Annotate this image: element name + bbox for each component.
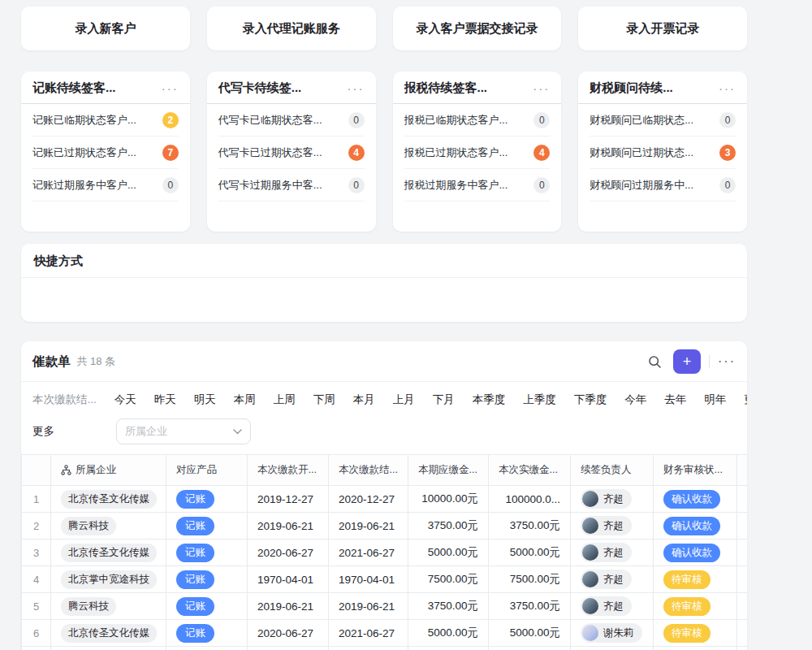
amount-paid-cell[interactable] — [489, 647, 571, 650]
product-cell[interactable]: 记账 — [166, 620, 248, 647]
payment-start-date-cell[interactable]: 2019-06-21 — [248, 593, 329, 620]
add-record-button[interactable]: + — [673, 349, 701, 374]
summary-list-item[interactable]: 记账过期服务中客户...0 — [32, 169, 179, 202]
payment-start-date-cell[interactable]: 2020-06-27 — [248, 540, 329, 566]
summary-list-item[interactable]: 财税顾问过期服务中...0 — [590, 169, 736, 202]
payment-start-date-cell[interactable]: 2019-06-21 — [248, 513, 329, 540]
person-tag[interactable]: 谢朱莉 — [581, 623, 642, 643]
amount-paid-cell[interactable]: 3750.00元 — [489, 513, 571, 540]
summary-list-item[interactable]: 财税顾问已过期状态...3 — [590, 136, 736, 169]
company-tag[interactable]: 腾云科技 — [61, 517, 116, 535]
product-cell[interactable]: 记账 — [166, 513, 248, 540]
column-header-3[interactable]: 本次缴款开... — [248, 455, 329, 486]
quick-filter-option-7[interactable]: 本月 — [353, 392, 375, 407]
column-header-8[interactable]: 财务审核状... — [654, 455, 737, 486]
company-tag[interactable]: 北京传圣文化传媒 — [61, 624, 157, 643]
more-dots-icon[interactable]: ··· — [533, 82, 550, 94]
audit-status-cell[interactable]: 确认收款 — [654, 647, 737, 650]
company-tag[interactable]: 腾云科技 — [61, 597, 116, 616]
amount-paid-cell[interactable]: 5000.00元 — [489, 540, 571, 566]
product-tag[interactable]: 记账 — [176, 570, 214, 589]
amount-due-cell[interactable]: 3750.00元 — [408, 513, 489, 540]
status-badge[interactable]: 待审核 — [663, 570, 710, 589]
product-cell[interactable]: 记账 — [166, 566, 248, 593]
summary-list-item[interactable]: 报税已临期状态客户...0 — [404, 104, 551, 136]
company-cell[interactable]: 北京传圣文化传媒 — [51, 486, 166, 513]
audit-status-cell[interactable]: 待审核 — [654, 620, 737, 647]
column-header-5[interactable]: 本期应缴金... — [408, 455, 489, 486]
amount-paid-cell[interactable]: 7500.00元 — [489, 566, 571, 593]
renewal-owner-cell[interactable]: 齐超 — [571, 513, 654, 540]
company-cell[interactable]: 腾云科技 — [51, 593, 166, 620]
more-dots-icon[interactable]: ··· — [719, 82, 736, 94]
payment-end-date-cell[interactable]: 2021-06-27 — [329, 540, 408, 566]
quick-filter-option-1[interactable]: 今天 — [114, 392, 136, 407]
company-tag[interactable]: 北京掌中宽途科技 — [61, 570, 157, 589]
quick-filter-option-9[interactable]: 下月 — [433, 392, 455, 407]
action-button-3[interactable]: 录入客户票据交接记录 — [393, 6, 562, 50]
column-header-7[interactable]: 续签负责人 — [571, 455, 654, 486]
payment-end-date-cell[interactable]: 2019-06-21 — [329, 513, 408, 540]
column-header-1[interactable]: 所属企业 — [51, 455, 166, 486]
status-badge[interactable]: 待审核 — [663, 597, 710, 616]
more-filters-link[interactable]: 更多 — [32, 424, 54, 439]
status-badge[interactable]: 待审核 — [663, 624, 710, 643]
amount-due-cell[interactable] — [408, 647, 489, 650]
summary-list-item[interactable]: 记账已临期状态客户...2 — [32, 104, 179, 136]
status-badge[interactable]: 确认收款 — [663, 544, 720, 562]
payment-start-date-cell[interactable]: 2020-06-27 — [248, 620, 329, 647]
company-cell[interactable]: 腾云科技 — [51, 513, 166, 540]
amount-due-cell[interactable]: 5000.00元 — [408, 620, 489, 647]
column-header-6[interactable]: 本次实缴金... — [489, 455, 571, 486]
payment-end-date-cell[interactable]: 2021-06-27 — [329, 620, 408, 647]
person-tag[interactable]: 齐超 — [581, 596, 632, 616]
company-cell[interactable]: 北京掌中宽途科技 — [51, 566, 166, 593]
product-tag[interactable]: 记账 — [176, 597, 214, 616]
action-button-1[interactable]: 录入新客户 — [21, 6, 190, 50]
amount-due-cell[interactable]: 7500.00元 — [408, 566, 489, 593]
product-cell[interactable]: 记账 — [166, 540, 248, 566]
quick-filter-option-13[interactable]: 今年 — [624, 392, 646, 407]
summary-list-item[interactable]: 代写卡过期服务中客...0 — [218, 169, 365, 202]
renewal-owner-cell[interactable]: 齐超 — [571, 647, 654, 650]
more-dots-icon[interactable]: ··· — [162, 82, 179, 94]
quick-filter-option-4[interactable]: 本周 — [234, 392, 256, 407]
quick-filter-option-3[interactable]: 明天 — [194, 392, 216, 407]
summary-list-item[interactable]: 代写卡已临期状态客...0 — [218, 104, 365, 136]
quick-filter-option-6[interactable]: 下周 — [313, 392, 335, 407]
payment-end-date-cell[interactable] — [329, 647, 408, 650]
quick-filter-option-15[interactable]: 明年 — [704, 392, 726, 407]
audit-status-cell[interactable]: 确认收款 — [654, 486, 737, 513]
person-tag[interactable]: 齐超 — [581, 516, 632, 535]
more-dots-icon[interactable]: ··· — [348, 82, 365, 94]
company-cell[interactable]: 北京传圣文化传媒 — [51, 540, 166, 566]
payment-start-date-cell[interactable]: 2019-12-27 — [248, 486, 329, 513]
panel-more-menu-icon[interactable]: ··· — [718, 354, 736, 369]
quick-filter-option-5[interactable]: 上周 — [274, 392, 296, 407]
person-tag[interactable]: 齐超 — [581, 570, 632, 589]
product-cell[interactable]: 记账 — [166, 593, 248, 620]
person-tag[interactable]: 齐超 — [581, 489, 632, 509]
summary-list-item[interactable]: 报税过期服务中客户...0 — [404, 169, 551, 202]
quick-filter-option-10[interactable]: 本季度 — [473, 392, 506, 407]
amount-due-cell[interactable]: 5000.00元 — [408, 540, 489, 566]
summary-list-item[interactable]: 财税顾问已临期状态...0 — [590, 104, 736, 136]
quick-filter-more-link[interactable]: 更多 — [744, 392, 747, 407]
renewal-owner-cell[interactable]: 齐超 — [571, 540, 654, 566]
company-tag[interactable]: 北京传圣文化传媒 — [61, 490, 157, 509]
audit-status-cell[interactable]: 待审核 — [654, 566, 737, 593]
column-header-num[interactable] — [22, 455, 51, 486]
column-header-4[interactable]: 本次缴款结... — [329, 455, 408, 486]
payment-start-date-cell[interactable]: 1970-04-01 — [248, 566, 329, 593]
amount-due-cell[interactable]: 3750.00元 — [408, 593, 489, 620]
amount-paid-cell[interactable]: 100000.0... — [489, 486, 571, 513]
person-tag[interactable]: 齐超 — [581, 543, 632, 562]
product-tag[interactable]: 记账 — [176, 490, 214, 509]
company-cell[interactable]: 北京掌中宽途科技 — [51, 647, 166, 650]
product-cell[interactable]: 记账 — [166, 486, 248, 513]
amount-due-cell[interactable]: 10000.00元 — [408, 486, 489, 513]
renewal-owner-cell[interactable]: 谢朱莉 — [571, 620, 654, 647]
summary-list-item[interactable]: 代写卡已过期状态客...4 — [218, 136, 365, 169]
product-cell[interactable]: 记账 — [166, 647, 248, 650]
quick-filter-option-2[interactable]: 昨天 — [154, 392, 176, 407]
